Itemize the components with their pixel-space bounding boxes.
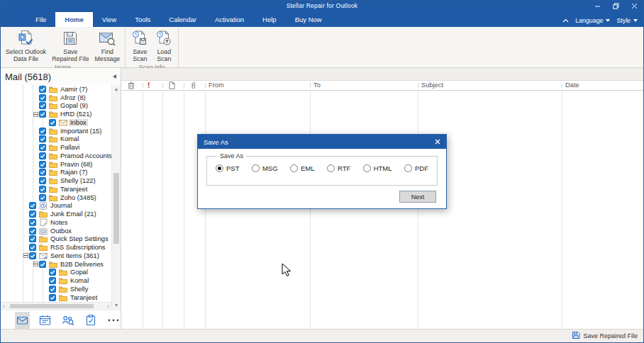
folder-checkbox[interactable]	[39, 261, 46, 268]
load-scan-button[interactable]: Load Scan	[152, 28, 176, 64]
folder-checkbox[interactable]	[39, 102, 46, 109]
tree-item-rss-subscriptions[interactable]: RSS Subscriptions	[1, 243, 111, 252]
folder-checkbox[interactable]	[29, 219, 36, 226]
tree-vertical-scrollbar[interactable]: ▲ ▼	[111, 85, 121, 310]
restore-icon[interactable]	[612, 2, 619, 9]
tab-file[interactable]: File	[26, 12, 55, 27]
tree-item-shelly[interactable]: Shelly	[1, 285, 111, 293]
tree-item-label[interactable]: Quick Step Settings	[49, 235, 110, 242]
nav-more-button[interactable]	[106, 312, 121, 329]
scroll-up-icon[interactable]: ▲	[112, 86, 121, 92]
radio-option-rtf[interactable]: RTF	[327, 164, 350, 172]
tree-item-label[interactable]: Shelly	[69, 286, 89, 293]
tree-item-rajan-7[interactable]: Rajan (7)	[1, 169, 111, 177]
radio-option-pst[interactable]: PST	[216, 164, 239, 172]
folder-checkbox[interactable]	[29, 244, 36, 251]
column-header-from[interactable]: From	[209, 81, 224, 89]
tree-item-pramod-accounts[interactable]: Pramod Accounts	[1, 152, 111, 160]
save-scan-button[interactable]: Save Scan	[128, 28, 152, 64]
column-header-importance[interactable]: !	[148, 81, 150, 89]
folder-checkbox[interactable]	[39, 152, 46, 159]
tree-item-label[interactable]: Taranjeet	[69, 294, 99, 301]
tree-item-b2b-deliveries[interactable]: B2B Deliveries	[1, 260, 111, 269]
folder-checkbox[interactable]	[29, 202, 36, 209]
radio-icon[interactable]	[327, 164, 335, 172]
tree-item-label[interactable]: B2B Deliveries	[59, 261, 105, 268]
folder-checkbox[interactable]	[49, 277, 56, 284]
tree-item-komal[interactable]: Komal	[1, 276, 111, 285]
radio-icon[interactable]	[252, 164, 260, 172]
collapse-box-icon[interactable]	[33, 262, 38, 266]
scrollbar-thumb[interactable]	[10, 304, 94, 308]
folder-checkbox[interactable]	[39, 111, 46, 118]
tree-item-important-15[interactable]: Important (15)	[1, 127, 111, 135]
nav-contacts-button[interactable]	[60, 312, 75, 329]
folder-checkbox[interactable]	[39, 94, 46, 101]
find-message-button[interactable]: Find Message	[92, 28, 123, 64]
tree-item-label[interactable]: Journal	[49, 202, 74, 209]
tab-view[interactable]: View	[93, 12, 126, 27]
style-menu[interactable]: Style	[616, 17, 638, 24]
tree-item-label[interactable]: Sent Items (361)	[49, 252, 101, 259]
tree-item-label[interactable]: Gopal (9)	[59, 102, 89, 109]
folder-checkbox[interactable]	[29, 210, 36, 218]
close-icon[interactable]	[631, 2, 638, 9]
tree-item-label[interactable]: Afroz (8)	[59, 94, 87, 101]
column-header-date[interactable]: Date	[565, 81, 579, 89]
collapse-panel-icon[interactable]	[113, 74, 116, 79]
tree-item-label[interactable]: Inbox	[69, 119, 88, 126]
tree-horizontal-scrollbar[interactable]: ‹ ›	[1, 302, 111, 310]
folder-checkbox[interactable]	[39, 135, 46, 142]
tree-item-label[interactable]: Gopal	[69, 269, 89, 276]
tree-item-pallavi[interactable]: Pallavi	[1, 143, 111, 152]
radio-option-html[interactable]: HTML	[363, 164, 392, 172]
folder-checkbox[interactable]	[29, 227, 36, 235]
tree-item-aamir-7[interactable]: Aamir (7)	[1, 85, 111, 94]
tree-item-inbox[interactable]: Inbox	[1, 118, 111, 127]
tree-item-label[interactable]: Junk Email (21)	[49, 210, 98, 218]
tree-item-label[interactable]: Notes	[49, 219, 69, 226]
dialog-close-icon[interactable]	[435, 138, 440, 146]
folder-checkbox[interactable]	[39, 169, 46, 176]
tree-item-label[interactable]: Important (15)	[59, 128, 103, 135]
tree-item-komal[interactable]: Komal	[1, 135, 111, 144]
tree-item-label[interactable]: Komal	[59, 135, 80, 142]
tree-item-gopal[interactable]: Gopal	[1, 269, 111, 277]
folder-checkbox[interactable]	[39, 161, 46, 168]
radio-icon[interactable]	[363, 164, 371, 172]
tree-item-afroz-8[interactable]: Afroz (8)	[1, 94, 111, 102]
folder-checkbox[interactable]	[49, 269, 56, 276]
radio-option-pdf[interactable]: PDF	[404, 164, 428, 172]
tree-item-taranjeet[interactable]: Taranjeet	[1, 293, 111, 302]
folder-checkbox[interactable]	[39, 177, 46, 184]
tree-item-notes[interactable]: Notes	[1, 218, 111, 227]
nav-calendar-button[interactable]	[38, 312, 52, 329]
tree-item-label[interactable]: Pallavi	[59, 144, 81, 151]
next-button[interactable]: Next	[399, 191, 436, 203]
tree-item-label[interactable]: Shelly (122)	[59, 177, 97, 184]
tree-item-hrd-521[interactable]: HRD (521)	[1, 110, 111, 118]
column-header-item-type[interactable]	[169, 81, 175, 91]
folder-checkbox[interactable]	[29, 252, 36, 259]
tree-item-label[interactable]: Outbox	[49, 227, 73, 235]
tab-tools[interactable]: Tools	[126, 12, 160, 27]
folder-checkbox[interactable]	[39, 86, 46, 93]
tree-item-label[interactable]: Pramod Accounts	[59, 152, 111, 159]
scroll-down-icon[interactable]: ▼	[112, 303, 121, 308]
tree-item-sent-items-361[interactable]: Sent Items (361)	[1, 252, 111, 260]
tree-item-zoho-3485[interactable]: Zoho (3485)	[1, 193, 111, 202]
folder-checkbox[interactable]	[49, 294, 56, 301]
radio-option-msg[interactable]: MSG	[252, 164, 278, 172]
save-repaired-file-button[interactable]: Save Repaired File	[49, 28, 91, 64]
folder-checkbox[interactable]	[49, 119, 56, 126]
radio-option-eml[interactable]: EML	[290, 164, 315, 172]
tree-item-junk-email-21[interactable]: Junk Email (21)	[1, 210, 111, 218]
tree-item-shelly-122[interactable]: Shelly (122)	[1, 176, 111, 185]
column-header-to[interactable]: To	[313, 81, 321, 89]
tab-buy-now[interactable]: Buy Now	[286, 12, 331, 27]
folder-checkbox[interactable]	[39, 144, 46, 151]
nav-tasks-button[interactable]	[83, 312, 98, 329]
radio-icon[interactable]	[290, 164, 298, 172]
radio-icon[interactable]	[404, 164, 412, 172]
column-header-subject[interactable]: Subject	[421, 81, 443, 89]
